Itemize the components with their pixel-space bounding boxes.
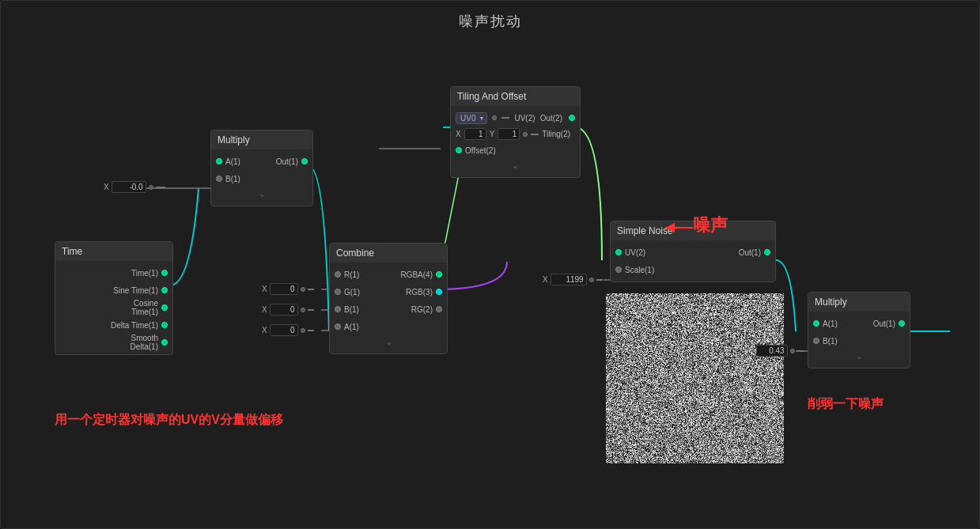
noise-row-scale: Scale(1) (611, 261, 775, 278)
port-multiply1-out[interactable] (301, 158, 308, 164)
annotation-noise: 噪声 (693, 214, 728, 237)
combine-row-b: B(1) RG(2) (330, 300, 447, 318)
combine-chevron[interactable]: ⌄ (330, 335, 447, 350)
multiply1-x-input-group: X (104, 181, 165, 193)
port-noise-out[interactable] (764, 249, 770, 255)
node-time: Time Time(1) Sine Time(1) Cosine Time(1)… (55, 241, 173, 355)
combine-row-a: A(1) (330, 318, 447, 335)
node-multiply1-body: A(1) Out(1) B(1) ⌄ (211, 149, 312, 206)
multiply2-chevron[interactable]: ⌄ (808, 350, 910, 365)
node-combine-header: Combine (330, 244, 447, 263)
port-multiply2-out[interactable] (899, 320, 905, 327)
node-multiply1-header: Multiply (211, 130, 312, 149)
node-canvas: 噪声扰动 Time (0, 0, 980, 529)
node-combine: Combine R(1) RGBA(4) G(1) RGB(3) B(1) RG… (329, 243, 448, 354)
port-multiply1-b-in[interactable] (216, 176, 222, 182)
multiply1-x-field[interactable] (112, 181, 146, 193)
port-noise-scale-in[interactable] (615, 266, 622, 273)
port-combine-b-in[interactable] (335, 306, 341, 312)
port-combine-rgb-out[interactable] (436, 289, 442, 295)
time-row-smooth: Smooth Delta(1) (55, 334, 172, 351)
multiply2-row-b: B(1) (808, 332, 910, 350)
combine-b-field[interactable] (270, 324, 298, 336)
noise-preview (606, 293, 784, 463)
port-noise-uv-in[interactable] (615, 249, 622, 255)
node-multiply2: Multiply A(1) Out(1) B(1) ⌄ (808, 292, 910, 368)
tiling-uv-row: UV0 UV(2) Out(2) (451, 109, 580, 127)
noise-row-uv: UV(2) Out(1) (611, 244, 775, 261)
multiply2-row-a: A(1) Out(1) (808, 315, 910, 332)
port-tiling-out[interactable] (569, 115, 575, 121)
annotation-comment2: 削弱一下噪声 (808, 396, 884, 413)
tiling-y-field[interactable] (498, 128, 520, 140)
port-combine-r-in[interactable] (335, 271, 341, 278)
tiling-chevron[interactable]: ⌄ (451, 159, 580, 174)
combine-g-input-group: X (262, 304, 314, 316)
port-deltatime-out[interactable] (161, 322, 168, 328)
port-combine-a-in[interactable] (335, 323, 341, 330)
tiling-xy-row: X Y Tiling(2) (451, 127, 580, 142)
port-sinetime-out[interactable] (161, 287, 168, 293)
node-tiling-header: Tiling And Offset (451, 87, 580, 106)
combine-r-input-group: X (262, 283, 314, 295)
page-title: 噪声扰动 (1, 1, 979, 37)
tiling-tiling-dot[interactable] (523, 132, 528, 137)
node-time-body: Time(1) Sine Time(1) Cosine Time(1) Delt… (55, 261, 172, 354)
port-combine-rgba-out[interactable] (436, 271, 442, 278)
time-row-time: Time(1) (55, 264, 172, 282)
port-time-out[interactable] (161, 270, 168, 276)
tiling-uv-dropdown[interactable]: UV0 (456, 112, 487, 124)
tiling-offset-row: Offset(2) (451, 142, 580, 159)
noise-scale-field[interactable] (551, 274, 587, 285)
port-combine-rg-out[interactable] (436, 306, 442, 312)
tiling-x-field[interactable] (464, 128, 486, 140)
port-cosinetime-out[interactable] (161, 304, 168, 311)
node-time-header: Time (55, 242, 172, 261)
time-row-cosine: Cosine Time(1) (55, 299, 172, 316)
combine-row-g: G(1) RGB(3) (330, 283, 447, 300)
combine-b-input-group: X (262, 324, 314, 336)
node-multiply1: Multiply A(1) Out(1) B(1) ⌄ (210, 130, 313, 206)
port-combine-g-in[interactable] (335, 289, 341, 295)
combine-r-field[interactable] (270, 283, 298, 295)
node-multiply2-body: A(1) Out(1) B(1) ⌄ (808, 312, 910, 368)
multiply1-x-label: X (104, 183, 109, 191)
noise-canvas (606, 293, 784, 463)
noise-scale-input-group: X (543, 274, 603, 285)
port-smoothdelta-out[interactable] (161, 339, 168, 346)
time-row-sine: Sine Time(1) (55, 282, 172, 299)
node-simple-noise-body: UV(2) Out(1) Scale(1) (611, 240, 775, 282)
combine-row-r: R(1) RGBA(4) (330, 266, 447, 283)
multiply2-b-field[interactable] (756, 345, 788, 357)
node-tiling-body: UV0 UV(2) Out(2) X Y Tiling(2) Offset( (451, 106, 580, 177)
multiply1-row-a: A(1) Out(1) (211, 153, 312, 170)
multiply1-chevron[interactable]: ⌄ (211, 187, 312, 202)
node-combine-body: R(1) RGBA(4) G(1) RGB(3) B(1) RG(2) A(1)… (330, 263, 447, 353)
time-row-delta: Delta Time(1) (55, 316, 172, 334)
port-tiling-offset-in[interactable] (456, 147, 462, 153)
node-tiling: Tiling And Offset UV0 UV(2) Out(2) X Y T… (450, 86, 581, 178)
multiply2-b-input-group: X (748, 345, 804, 357)
combine-g-field[interactable] (270, 304, 298, 316)
tiling-uv-dot[interactable] (492, 115, 497, 120)
node-multiply2-header: Multiply (808, 293, 910, 312)
annotation-comment1: 用一个定时器对噪声的UV的V分量做偏移 (55, 410, 283, 429)
port-multiply1-a-in[interactable] (216, 158, 222, 164)
port-multiply2-a-in[interactable] (813, 320, 819, 327)
multiply1-x-port[interactable] (149, 185, 153, 190)
port-multiply2-b-in[interactable] (813, 338, 819, 344)
multiply1-row-b: B(1) (211, 170, 312, 187)
